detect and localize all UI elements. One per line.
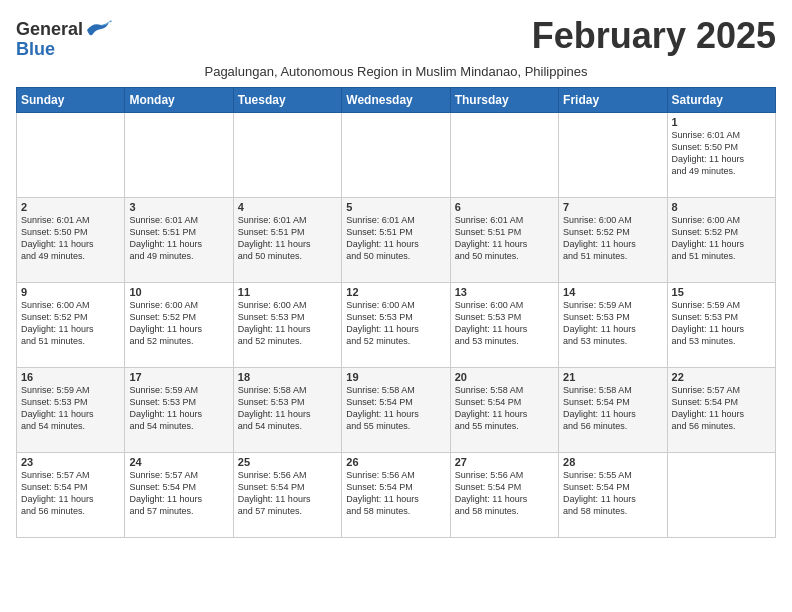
day-info: Sunrise: 6:01 AM Sunset: 5:51 PM Dayligh… — [129, 214, 228, 263]
calendar-cell: 23Sunrise: 5:57 AM Sunset: 5:54 PM Dayli… — [17, 452, 125, 537]
day-number: 25 — [238, 456, 337, 468]
calendar-cell: 8Sunrise: 6:00 AM Sunset: 5:52 PM Daylig… — [667, 197, 775, 282]
day-info: Sunrise: 5:57 AM Sunset: 5:54 PM Dayligh… — [21, 469, 120, 518]
month-title: February 2025 — [532, 16, 776, 56]
calendar-table: SundayMondayTuesdayWednesdayThursdayFrid… — [16, 87, 776, 538]
calendar-cell: 3Sunrise: 6:01 AM Sunset: 5:51 PM Daylig… — [125, 197, 233, 282]
calendar-cell — [125, 112, 233, 197]
day-info: Sunrise: 6:00 AM Sunset: 5:52 PM Dayligh… — [672, 214, 771, 263]
calendar-cell: 13Sunrise: 6:00 AM Sunset: 5:53 PM Dayli… — [450, 282, 558, 367]
calendar-cell: 9Sunrise: 6:00 AM Sunset: 5:52 PM Daylig… — [17, 282, 125, 367]
day-number: 21 — [563, 371, 662, 383]
day-number: 8 — [672, 201, 771, 213]
calendar-cell — [667, 452, 775, 537]
day-number: 14 — [563, 286, 662, 298]
day-info: Sunrise: 6:00 AM Sunset: 5:53 PM Dayligh… — [455, 299, 554, 348]
calendar-cell: 26Sunrise: 5:56 AM Sunset: 5:54 PM Dayli… — [342, 452, 450, 537]
calendar-cell: 14Sunrise: 5:59 AM Sunset: 5:53 PM Dayli… — [559, 282, 667, 367]
calendar-cell: 11Sunrise: 6:00 AM Sunset: 5:53 PM Dayli… — [233, 282, 341, 367]
calendar-cell: 12Sunrise: 6:00 AM Sunset: 5:53 PM Dayli… — [342, 282, 450, 367]
calendar-cell: 2Sunrise: 6:01 AM Sunset: 5:50 PM Daylig… — [17, 197, 125, 282]
day-info: Sunrise: 5:57 AM Sunset: 5:54 PM Dayligh… — [129, 469, 228, 518]
calendar-cell: 24Sunrise: 5:57 AM Sunset: 5:54 PM Dayli… — [125, 452, 233, 537]
weekday-header-friday: Friday — [559, 87, 667, 112]
calendar-cell: 16Sunrise: 5:59 AM Sunset: 5:53 PM Dayli… — [17, 367, 125, 452]
weekday-header-monday: Monday — [125, 87, 233, 112]
day-info: Sunrise: 6:01 AM Sunset: 5:50 PM Dayligh… — [21, 214, 120, 263]
weekday-header-wednesday: Wednesday — [342, 87, 450, 112]
calendar-cell: 22Sunrise: 5:57 AM Sunset: 5:54 PM Dayli… — [667, 367, 775, 452]
weekday-header-tuesday: Tuesday — [233, 87, 341, 112]
logo: General Blue — [16, 20, 113, 60]
calendar-cell: 7Sunrise: 6:00 AM Sunset: 5:52 PM Daylig… — [559, 197, 667, 282]
calendar-cell: 20Sunrise: 5:58 AM Sunset: 5:54 PM Dayli… — [450, 367, 558, 452]
day-number: 2 — [21, 201, 120, 213]
calendar-subtitle: Pagalungan, Autonomous Region in Muslim … — [16, 64, 776, 79]
day-info: Sunrise: 5:56 AM Sunset: 5:54 PM Dayligh… — [455, 469, 554, 518]
day-info: Sunrise: 5:59 AM Sunset: 5:53 PM Dayligh… — [21, 384, 120, 433]
day-number: 24 — [129, 456, 228, 468]
calendar-cell: 4Sunrise: 6:01 AM Sunset: 5:51 PM Daylig… — [233, 197, 341, 282]
logo-blue-text: Blue — [16, 40, 55, 60]
calendar-cell: 6Sunrise: 6:01 AM Sunset: 5:51 PM Daylig… — [450, 197, 558, 282]
day-info: Sunrise: 5:59 AM Sunset: 5:53 PM Dayligh… — [563, 299, 662, 348]
day-info: Sunrise: 5:59 AM Sunset: 5:53 PM Dayligh… — [129, 384, 228, 433]
day-info: Sunrise: 6:00 AM Sunset: 5:52 PM Dayligh… — [21, 299, 120, 348]
day-number: 13 — [455, 286, 554, 298]
calendar-cell — [233, 112, 341, 197]
day-info: Sunrise: 5:56 AM Sunset: 5:54 PM Dayligh… — [346, 469, 445, 518]
day-info: Sunrise: 5:58 AM Sunset: 5:54 PM Dayligh… — [563, 384, 662, 433]
weekday-header-saturday: Saturday — [667, 87, 775, 112]
day-info: Sunrise: 6:00 AM Sunset: 5:52 PM Dayligh… — [129, 299, 228, 348]
day-info: Sunrise: 5:55 AM Sunset: 5:54 PM Dayligh… — [563, 469, 662, 518]
calendar-cell: 27Sunrise: 5:56 AM Sunset: 5:54 PM Dayli… — [450, 452, 558, 537]
day-info: Sunrise: 6:01 AM Sunset: 5:50 PM Dayligh… — [672, 129, 771, 178]
day-info: Sunrise: 5:57 AM Sunset: 5:54 PM Dayligh… — [672, 384, 771, 433]
day-info: Sunrise: 5:59 AM Sunset: 5:53 PM Dayligh… — [672, 299, 771, 348]
day-number: 15 — [672, 286, 771, 298]
day-info: Sunrise: 6:00 AM Sunset: 5:53 PM Dayligh… — [346, 299, 445, 348]
day-number: 3 — [129, 201, 228, 213]
day-number: 12 — [346, 286, 445, 298]
day-info: Sunrise: 6:01 AM Sunset: 5:51 PM Dayligh… — [455, 214, 554, 263]
day-number: 19 — [346, 371, 445, 383]
logo-bird-icon — [85, 20, 113, 40]
logo-general-text: General — [16, 20, 83, 40]
calendar-cell — [17, 112, 125, 197]
calendar-cell: 28Sunrise: 5:55 AM Sunset: 5:54 PM Dayli… — [559, 452, 667, 537]
day-number: 9 — [21, 286, 120, 298]
calendar-cell — [342, 112, 450, 197]
day-number: 23 — [21, 456, 120, 468]
day-number: 20 — [455, 371, 554, 383]
calendar-cell: 15Sunrise: 5:59 AM Sunset: 5:53 PM Dayli… — [667, 282, 775, 367]
calendar-cell — [559, 112, 667, 197]
day-number: 18 — [238, 371, 337, 383]
day-info: Sunrise: 5:58 AM Sunset: 5:54 PM Dayligh… — [455, 384, 554, 433]
calendar-cell: 1Sunrise: 6:01 AM Sunset: 5:50 PM Daylig… — [667, 112, 775, 197]
day-number: 5 — [346, 201, 445, 213]
day-number: 11 — [238, 286, 337, 298]
day-number: 17 — [129, 371, 228, 383]
day-info: Sunrise: 6:00 AM Sunset: 5:52 PM Dayligh… — [563, 214, 662, 263]
calendar-cell: 17Sunrise: 5:59 AM Sunset: 5:53 PM Dayli… — [125, 367, 233, 452]
calendar-cell: 18Sunrise: 5:58 AM Sunset: 5:53 PM Dayli… — [233, 367, 341, 452]
calendar-cell: 5Sunrise: 6:01 AM Sunset: 5:51 PM Daylig… — [342, 197, 450, 282]
calendar-cell: 19Sunrise: 5:58 AM Sunset: 5:54 PM Dayli… — [342, 367, 450, 452]
day-info: Sunrise: 5:58 AM Sunset: 5:53 PM Dayligh… — [238, 384, 337, 433]
calendar-cell — [450, 112, 558, 197]
calendar-cell: 21Sunrise: 5:58 AM Sunset: 5:54 PM Dayli… — [559, 367, 667, 452]
calendar-cell: 10Sunrise: 6:00 AM Sunset: 5:52 PM Dayli… — [125, 282, 233, 367]
day-number: 1 — [672, 116, 771, 128]
day-info: Sunrise: 5:56 AM Sunset: 5:54 PM Dayligh… — [238, 469, 337, 518]
day-number: 4 — [238, 201, 337, 213]
day-number: 27 — [455, 456, 554, 468]
day-info: Sunrise: 6:00 AM Sunset: 5:53 PM Dayligh… — [238, 299, 337, 348]
day-number: 16 — [21, 371, 120, 383]
weekday-header-sunday: Sunday — [17, 87, 125, 112]
day-number: 6 — [455, 201, 554, 213]
day-number: 7 — [563, 201, 662, 213]
day-info: Sunrise: 6:01 AM Sunset: 5:51 PM Dayligh… — [238, 214, 337, 263]
day-info: Sunrise: 5:58 AM Sunset: 5:54 PM Dayligh… — [346, 384, 445, 433]
day-number: 22 — [672, 371, 771, 383]
day-info: Sunrise: 6:01 AM Sunset: 5:51 PM Dayligh… — [346, 214, 445, 263]
